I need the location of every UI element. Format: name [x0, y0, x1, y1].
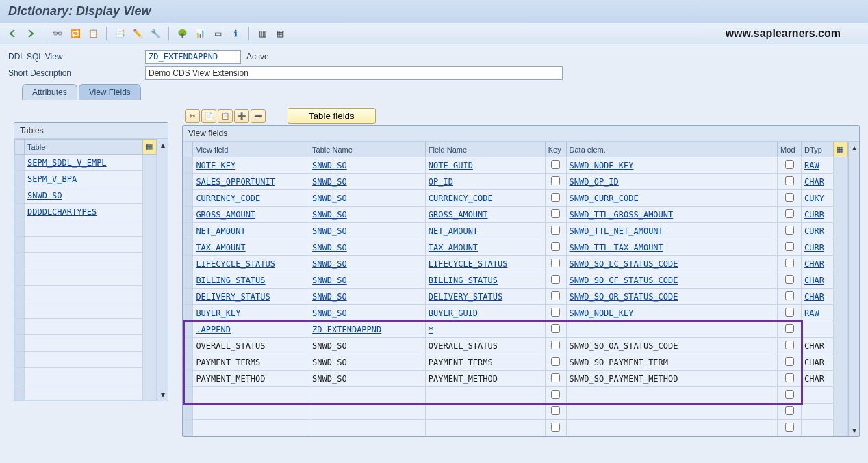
cell-field-name[interactable]: PAYMENT_TERMS: [425, 354, 545, 371]
cell-mod[interactable]: [778, 420, 802, 436]
cell-field-name[interactable]: [425, 404, 545, 420]
cell-mod[interactable]: [778, 404, 802, 420]
ddl-view-input[interactable]: [145, 50, 241, 64]
cell-view-field[interactable]: BUYER_KEY: [193, 305, 309, 321]
col-field-name[interactable]: Field Name: [425, 142, 545, 157]
cell-field-name[interactable]: DELIVERY_STATUS: [425, 289, 545, 305]
cell-mod[interactable]: [778, 305, 802, 321]
row-handle[interactable]: [183, 223, 193, 239]
description-input[interactable]: [145, 66, 563, 80]
cell-view-field[interactable]: [193, 420, 309, 436]
mod-checkbox[interactable]: [785, 341, 794, 349]
grid-icon[interactable]: ▦: [272, 26, 288, 41]
cell-view-field[interactable]: GROSS_AMOUNT: [193, 207, 309, 223]
cell-data-elem[interactable]: SNWD_CURR_CODE: [566, 190, 778, 207]
cell-view-field[interactable]: LIFECYCLE_STATUS: [193, 256, 309, 272]
cell-table-name[interactable]: ZD_EXTENDAPPND: [309, 321, 426, 338]
cell-view-field[interactable]: DELIVERY_STATUS: [193, 289, 309, 305]
cell-mod[interactable]: [778, 338, 802, 354]
cell-table-name[interactable]: SNWD_SO: [309, 174, 426, 190]
cell-mod[interactable]: [778, 256, 802, 272]
table-cell[interactable]: [25, 269, 143, 286]
key-checkbox[interactable]: [551, 324, 560, 333]
cell-field-name[interactable]: GROSS_AMOUNT: [425, 207, 545, 223]
cell-data-elem[interactable]: SNWD_OP_ID: [566, 174, 778, 190]
cell-view-field[interactable]: TAX_AMOUNT: [193, 239, 309, 256]
cell-data-elem[interactable]: SNWD_SO_OA_STATUS_CODE: [566, 338, 778, 354]
cell-table-name[interactable]: SNWD_SO: [309, 305, 426, 321]
viewfields-scrollbar[interactable]: ▴ ▾: [848, 142, 859, 436]
cell-dtyp[interactable]: [802, 404, 834, 420]
mod-checkbox[interactable]: [785, 357, 794, 366]
mod-checkbox[interactable]: [785, 259, 794, 267]
col-mod[interactable]: Mod: [778, 142, 802, 157]
table-cell[interactable]: [25, 335, 143, 352]
cell-view-field[interactable]: NET_AMOUNT: [193, 223, 309, 239]
cell-key[interactable]: [545, 190, 566, 207]
table-cell[interactable]: [25, 384, 143, 401]
cell-field-name[interactable]: [425, 420, 545, 436]
cell-key[interactable]: [545, 321, 566, 338]
row-handle[interactable]: [183, 157, 193, 174]
mod-checkbox[interactable]: [785, 160, 794, 169]
cell-dtyp[interactable]: CHAR: [802, 289, 834, 305]
cell-view-field[interactable]: [193, 404, 309, 420]
tables-scrollbar[interactable]: ▴ ▾: [157, 139, 168, 401]
cell-field-name[interactable]: CURRENCY_CODE: [425, 190, 545, 207]
row-handle[interactable]: [183, 305, 193, 321]
tab-attributes[interactable]: Attributes: [22, 84, 77, 100]
row-handle[interactable]: [183, 371, 193, 387]
cut-icon[interactable]: ✂: [185, 109, 200, 123]
other-object-icon[interactable]: 📑: [112, 26, 127, 41]
key-checkbox[interactable]: [551, 291, 560, 300]
cell-table-name[interactable]: [309, 387, 426, 404]
cell-key[interactable]: [545, 223, 566, 239]
forward-icon[interactable]: [23, 26, 38, 41]
table-cell[interactable]: [25, 352, 143, 368]
cell-table-name[interactable]: SNWD_SO: [309, 338, 426, 354]
cell-key[interactable]: [545, 387, 566, 404]
display-icon[interactable]: ▭: [210, 26, 225, 41]
cell-view-field[interactable]: PAYMENT_METHOD: [193, 371, 309, 387]
cell-dtyp[interactable]: CURR: [802, 223, 834, 239]
table-cell[interactable]: SNWD_SO: [25, 187, 143, 204]
cell-key[interactable]: [545, 289, 566, 305]
row-handle[interactable]: [15, 237, 25, 253]
cell-table-name[interactable]: SNWD_SO: [309, 256, 426, 272]
cell-key[interactable]: [545, 305, 566, 321]
cell-dtyp[interactable]: CUKY: [802, 190, 834, 207]
cell-field-name[interactable]: BUYER_GUID: [425, 305, 545, 321]
cell-key[interactable]: [545, 420, 566, 436]
cell-table-name[interactable]: [309, 420, 426, 436]
grid-settings-icon[interactable]: ▦: [834, 142, 848, 157]
cell-field-name[interactable]: NET_AMOUNT: [425, 223, 545, 239]
key-checkbox[interactable]: [551, 176, 560, 185]
cell-key[interactable]: [545, 354, 566, 371]
cell-data-elem[interactable]: SNWD_SO_CF_STATUS_CODE: [566, 272, 778, 289]
row-handle[interactable]: [183, 174, 193, 190]
cell-dtyp[interactable]: CHAR: [802, 371, 834, 387]
row-handle[interactable]: [15, 171, 25, 187]
row-handle[interactable]: [183, 354, 193, 371]
cell-mod[interactable]: [778, 190, 802, 207]
cell-mod[interactable]: [778, 371, 802, 387]
key-checkbox[interactable]: [551, 242, 560, 251]
scroll-down-icon[interactable]: ▾: [852, 425, 856, 435]
cell-key[interactable]: [545, 371, 566, 387]
row-handle[interactable]: [183, 190, 193, 207]
cell-data-elem[interactable]: SNWD_NODE_KEY: [566, 157, 778, 174]
key-checkbox[interactable]: [551, 390, 560, 399]
cell-data-elem[interactable]: SNWD_SO_OR_STATUS_CODE: [566, 289, 778, 305]
row-handle[interactable]: [15, 187, 25, 204]
cell-dtyp[interactable]: [802, 387, 834, 404]
cell-field-name[interactable]: NOTE_GUID: [425, 157, 545, 174]
copy-icon[interactable]: 📄: [201, 109, 216, 123]
row-handle[interactable]: [183, 420, 193, 436]
mod-checkbox[interactable]: [785, 226, 794, 235]
cell-field-name[interactable]: OP_ID: [425, 174, 545, 190]
cell-field-name[interactable]: [425, 387, 545, 404]
key-checkbox[interactable]: [551, 373, 560, 382]
cell-mod[interactable]: [778, 289, 802, 305]
cell-view-field[interactable]: PAYMENT_TERMS: [193, 354, 309, 371]
cell-field-name[interactable]: LIFECYCLE_STATUS: [425, 256, 545, 272]
